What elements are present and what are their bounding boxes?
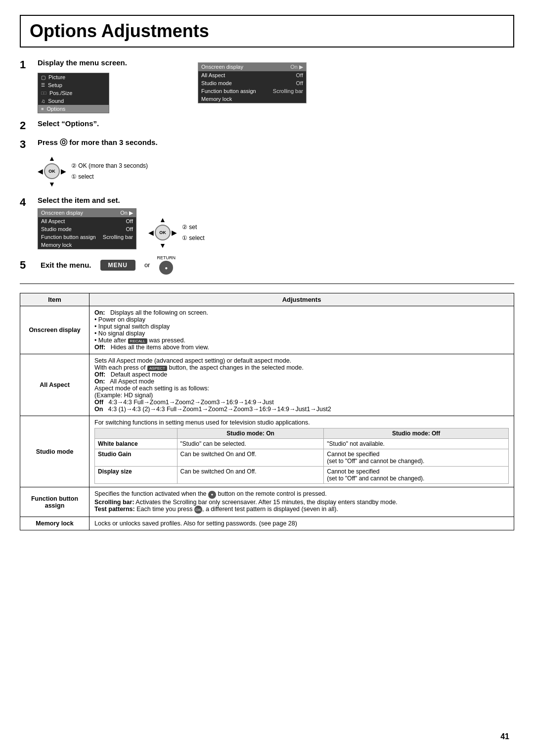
adjustments-table: Item Adjustments Onscreen display On: Di… <box>20 293 514 530</box>
item-label-function: Function button assign <box>20 487 89 517</box>
tr-label-all-aspect: All Aspect <box>201 72 225 78</box>
aspect-button-small: ASPECT <box>147 366 167 371</box>
menu-button-step5[interactable]: MENU <box>100 260 135 271</box>
page-number: 41 <box>500 732 509 741</box>
step-4-area: 4 Select the item and set. Onscreen disp… <box>20 196 514 249</box>
s4-all-aspect: All Aspect Off <box>38 217 136 225</box>
tr-val-onscreen: On ▶ <box>290 64 303 70</box>
step-1-number: 1 <box>20 58 34 71</box>
table-row-function: Function button assign Specifies the fun… <box>20 487 514 517</box>
menu-sound: ♫ Sound <box>38 97 109 105</box>
tr-onscreen-display: Onscreen display On ▶ <box>198 63 306 71</box>
step-4: 4 Select the item and set. Onscreen disp… <box>20 196 136 249</box>
step-2: 2 Select “Options”. <box>20 119 188 132</box>
step-5-area: 5 Exit the menu. MENU or RETURN ● <box>20 255 514 275</box>
s4-label-studio: Studio mode <box>41 226 72 232</box>
table-row-all-aspect: All Aspect Sets All Aspect mode (advance… <box>20 354 514 416</box>
tr-val-function: Scrolling bar <box>273 88 303 94</box>
s4-arrow-down: ▼ <box>159 241 166 249</box>
tr-studio-mode: Studio mode Off <box>198 79 306 87</box>
arrow-right-icon: ▶ <box>61 167 66 175</box>
function-button-small: ● <box>208 491 216 499</box>
function-test: Test patterns: Each time you press OK, a… <box>94 506 509 514</box>
allaspect-on-chain: On 4:3 (1)→4:3 (2)→4:3 Full→Zoom1→Zoom2→… <box>94 406 509 413</box>
top-right-options-menu: Onscreen display On ▶ All Aspect Off Stu… <box>198 62 307 103</box>
item-content-memory: Locks or unlocks saved profiles. Also fo… <box>89 517 514 530</box>
arrow-up-icon: ▲ <box>48 154 55 162</box>
onscreen-bullet-mute: • Mute after RECALL was pressed. <box>94 337 509 344</box>
step-5-text: Exit the menu. <box>41 261 91 269</box>
step-3-text: Press ⓞ for more than 3 seconds. <box>38 138 158 147</box>
studio-gain-off: Cannot be specified(set to "Off" and can… <box>324 449 509 467</box>
allaspect-example: (Example: HD signal) <box>94 392 509 399</box>
allaspect-on: On: All Aspect mode <box>94 378 509 385</box>
allaspect-off-chain: Off 4:3→4:3 Full→Zoom1→Zoom2→Zoom3→16:9→… <box>94 399 509 406</box>
s4-label-allaspect: All Aspect <box>41 218 65 224</box>
allaspect-off: Off: Default aspect mode <box>94 371 509 378</box>
ok-note-2: ② OK (more than 3 seconds) <box>71 162 148 169</box>
step-4-text: Select the item and set. <box>38 196 136 204</box>
onscreen-bullet-power: • Power on display <box>94 316 509 323</box>
tr-label-onscreen: Onscreen display <box>201 64 243 70</box>
s4-val-allaspect: Off <box>126 218 133 224</box>
s4-val-studio: Off <box>126 226 133 232</box>
studio-row-wb: White balance "Studio" can be selected. … <box>95 439 509 449</box>
memory-line1: Locks or unlocks saved profiles. Also fo… <box>94 520 509 527</box>
sub-col-item <box>95 428 178 439</box>
s4-label-memory: Memory lock <box>41 242 72 248</box>
tr-all-aspect: All Aspect Off <box>198 71 306 79</box>
step-5-number: 5 <box>20 259 34 272</box>
sub-col-on: Studio mode: On <box>177 428 324 439</box>
onscreen-bullet-input: • Input signal switch display <box>94 323 509 330</box>
s4-val-function: Scrolling bar <box>103 234 133 240</box>
s4-memory: Memory lock <box>38 241 136 249</box>
table-header-adjustments: Adjustments <box>89 293 514 306</box>
studio-wb-off: "Studio" not available. <box>324 439 509 449</box>
tr-label-function: Function button assign <box>201 88 256 94</box>
section-divider <box>20 284 514 284</box>
item-label-studio: Studio mode <box>20 416 89 487</box>
tr-function-button: Function button assign Scrolling bar <box>198 87 306 95</box>
ok-note-1: ① select <box>71 173 148 180</box>
table-header-item: Item <box>20 293 89 306</box>
step-2-number: 2 <box>20 119 34 132</box>
item-label-all-aspect: All Aspect <box>20 354 89 416</box>
item-content-function: Specifies the function activated when th… <box>89 487 514 517</box>
sub-col-off: Studio mode: Off <box>324 428 509 439</box>
s4-arrow-left: ◀ <box>148 229 154 236</box>
page-title: Options Adjustments <box>20 15 514 47</box>
onscreen-bullet-nosignal: • No signal display <box>94 330 509 337</box>
menu-setup: ☰ Setup <box>38 81 109 89</box>
item-label-onscreen: Onscreen display <box>20 306 89 354</box>
recall-button-small: RECALL <box>128 338 147 344</box>
allaspect-line1: Sets All Aspect mode (advanced aspect se… <box>94 357 509 364</box>
step4-options-menu: Onscreen display On ▶ All Aspect Off Stu… <box>38 208 136 249</box>
function-line1: Specifies the function activated when th… <box>94 490 509 499</box>
table-row-studio: Studio mode For switching functions in s… <box>20 416 514 487</box>
studio-label-gain: Studio Gain <box>95 449 178 467</box>
studio-row-display: Display size Can be switched On and Off.… <box>95 467 509 484</box>
s4-label-onscreen: Onscreen display <box>41 210 83 216</box>
return-button[interactable]: ● <box>159 261 173 275</box>
step-3: 3 Press ⓞ for more than 3 seconds. ▲ ◀ O… <box>20 138 188 188</box>
menu-pos-size: □□ Pos./Size <box>38 89 109 97</box>
studio-label-display: Display size <box>95 467 178 484</box>
step-3-number: 3 <box>20 138 34 151</box>
studio-display-off: Cannot be specified(set to "Off" and can… <box>324 467 509 484</box>
allaspect-modes-intro: Aspect mode of each setting is as follow… <box>94 385 509 392</box>
mini-menu: ▢ Picture ☰ Setup □□ Pos./Size ♫ Sound <box>38 73 109 113</box>
studio-label-wb: White balance <box>95 439 178 449</box>
table-row-memory: Memory lock Locks or unlocks saved profi… <box>20 517 514 530</box>
s4-onscreen: Onscreen display On ▶ <box>38 209 136 217</box>
s4-note-select: ① select <box>182 235 205 241</box>
studio-wb-on: "Studio" can be selected. <box>177 439 324 449</box>
tr-label-studio: Studio mode <box>201 80 232 86</box>
ok-button-small: OK <box>194 506 202 514</box>
tr-val-all-aspect: Off <box>296 72 303 78</box>
studio-sub-table: Studio mode: On Studio mode: Off White b… <box>94 428 509 484</box>
allaspect-line2: With each press of ASPECT button, the as… <box>94 364 509 371</box>
step-1: 1 Display the menu screen. ▢ Picture ☰ S… <box>20 58 188 113</box>
s4-label-function: Function button assign <box>41 234 96 240</box>
onscreen-off-line: Off: Hides all the items above from view… <box>94 344 509 351</box>
ok-button-step3: OK <box>44 163 60 179</box>
